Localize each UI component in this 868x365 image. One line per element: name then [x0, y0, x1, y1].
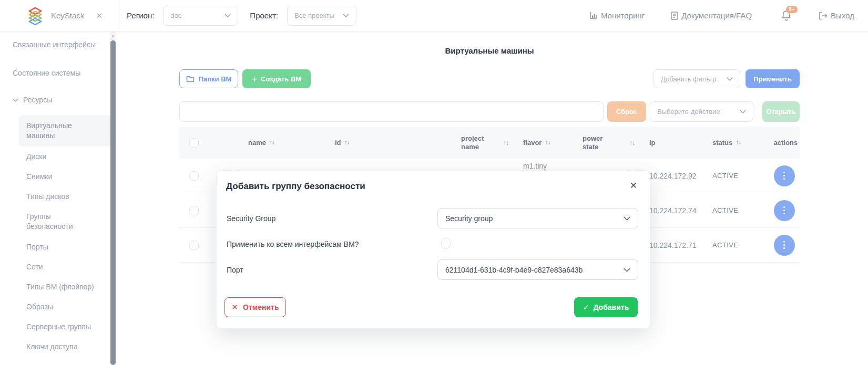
chevron-down-icon: [727, 77, 733, 81]
column-status[interactable]: status ↑↓: [708, 139, 769, 147]
row-flavor: m1.tiny: [523, 162, 547, 170]
apply-to-all-label: Применить ко всем интерфейсам ВМ?: [227, 240, 359, 248]
region-label: Регион:: [127, 11, 154, 20]
row-actions-button[interactable]: [774, 235, 795, 256]
chevron-down-icon: [343, 14, 349, 17]
x-icon: ✕: [232, 303, 239, 312]
choose-action-select[interactable]: Выберите действие: [650, 101, 753, 122]
column-id[interactable]: id ↑↓: [314, 139, 435, 147]
scroll-up-icon[interactable]: ▲: [110, 34, 116, 39]
row-checkbox[interactable]: [189, 241, 199, 250]
apply-filter-button[interactable]: Применить: [746, 69, 800, 88]
document-icon: [671, 12, 678, 20]
sidebar-item-ports[interactable]: Порты: [0, 237, 118, 257]
close-icon[interactable]: ✕: [630, 180, 637, 191]
sidebar-item-virtual-machines[interactable]: Виртуальные машины: [19, 115, 112, 147]
add-button[interactable]: ✓ Добавить: [574, 297, 638, 317]
select-all-checkbox[interactable]: [189, 138, 199, 148]
chevron-down-icon: [13, 98, 18, 102]
sidebar-item-system-state[interactable]: Состояние системы: [0, 63, 118, 83]
sidebar-item-networks[interactable]: Сети: [0, 257, 118, 277]
page-title: Виртуальные машины: [179, 46, 800, 55]
status-badge: ACTIVE: [712, 241, 738, 249]
sort-icon[interactable]: ↑↓: [269, 139, 274, 147]
kebab-icon: [783, 206, 785, 208]
create-vm-button[interactable]: + Создать ВМ: [242, 69, 311, 88]
column-ip: ip: [645, 139, 708, 147]
logout-label: Выход: [831, 11, 854, 20]
region-select[interactable]: doc: [163, 6, 238, 26]
kebab-icon: [783, 241, 785, 243]
monitoring-link[interactable]: Мониторинг: [590, 11, 645, 20]
sidebar-item-disk-types[interactable]: Типы дисков: [0, 186, 118, 206]
sidebar-scrollbar[interactable]: ▲: [110, 32, 116, 365]
port-label: Порт: [227, 266, 243, 274]
open-button[interactable]: Открыть: [762, 101, 800, 122]
documentation-link[interactable]: Документация/FAQ: [671, 11, 752, 20]
dialog-title: Добавить группу безопасности: [226, 181, 365, 192]
monitoring-chart-icon: [590, 12, 598, 19]
logout-button[interactable]: Выход: [819, 11, 854, 20]
vm-folders-button[interactable]: Папки ВМ: [179, 69, 238, 88]
status-badge: ACTIVE: [712, 172, 738, 180]
check-icon: ✓: [583, 303, 589, 311]
keystack-logo-icon: [26, 6, 44, 25]
top-bar: KeyStack ✕ Регион: doc Проект: Все проек…: [0, 0, 868, 32]
sort-icon[interactable]: ↑↓: [545, 139, 550, 147]
sidebar-item-disks[interactable]: Диски: [0, 147, 118, 166]
sidebar-item-images[interactable]: Образы: [0, 297, 118, 317]
brand-title: KeyStack: [51, 11, 84, 20]
sidebar-item-access-keys[interactable]: Ключи доступа: [0, 337, 118, 357]
plus-icon: +: [252, 75, 257, 84]
chevron-down-icon: [624, 268, 630, 272]
sort-icon[interactable]: ↑↓: [736, 139, 741, 147]
sidebar-item-flavors[interactable]: Типы ВМ (флэйвор): [0, 277, 118, 297]
brand-area: KeyStack ✕: [0, 0, 118, 32]
column-power-state[interactable]: power state ↑↓: [574, 134, 645, 151]
chevron-down-icon: [624, 216, 630, 221]
table-header: name ↑↓ id ↑↓ project name ↑↓ flavor ↑↓ …: [179, 127, 800, 159]
sort-icon[interactable]: ↑↓: [629, 139, 635, 147]
folder-icon: [186, 75, 195, 82]
column-name[interactable]: name ↑↓: [209, 139, 314, 147]
cancel-button[interactable]: ✕ Отменить: [224, 297, 286, 317]
project-label: Проект:: [250, 11, 278, 20]
row-actions-button[interactable]: [774, 200, 795, 221]
project-select[interactable]: Все проекты: [287, 6, 356, 26]
row-checkbox[interactable]: [189, 171, 199, 181]
column-flavor[interactable]: flavor ↑↓: [514, 139, 574, 147]
column-actions: actions: [769, 139, 800, 147]
row-ip: 10.224.172.74: [645, 206, 708, 215]
security-group-select[interactable]: Security group: [437, 208, 638, 228]
sort-icon[interactable]: ↑↓: [344, 139, 350, 147]
search-input[interactable]: [179, 101, 604, 122]
chevron-down-icon: [740, 110, 746, 113]
monitoring-label: Мониторинг: [601, 11, 645, 20]
sidebar-item-snapshots[interactable]: Снимки: [0, 166, 118, 186]
documentation-label: Документация/FAQ: [681, 11, 752, 20]
port-select[interactable]: 621104d1-631b-4c9f-b4e9-c827e83a643b: [437, 259, 638, 280]
security-group-label: Security Group: [227, 214, 275, 223]
status-badge: ACTIVE: [712, 206, 738, 214]
sidebar-item-server-groups[interactable]: Серверные группы: [0, 317, 118, 337]
sort-icon[interactable]: ↑↓: [503, 139, 508, 147]
sidebar-item-resources[interactable]: Ресурсы: [0, 90, 118, 110]
notifications-badge: 9+: [786, 6, 797, 13]
logout-icon: [819, 12, 828, 20]
apply-to-all-checkbox[interactable]: [441, 238, 451, 249]
row-actions-button[interactable]: [774, 165, 795, 186]
reset-button[interactable]: Сброс: [607, 101, 646, 122]
kebab-icon: [783, 172, 785, 173]
close-sidebar-icon[interactable]: ✕: [96, 11, 103, 20]
scrollbar-thumb[interactable]: [110, 40, 116, 365]
sidebar: Связанные интерфейсы Состояние системы Р…: [0, 32, 118, 365]
sidebar-item-linked-interfaces[interactable]: Связанные интерфейсы: [0, 35, 118, 55]
add-filter-select[interactable]: Добавить фильтр: [653, 69, 740, 88]
column-project-name[interactable]: project name ↑↓: [435, 134, 514, 151]
sidebar-item-security-groups[interactable]: Группы безопасности: [0, 206, 118, 237]
row-ip: 10.224.172.71: [645, 241, 708, 249]
row-checkbox[interactable]: [189, 206, 199, 215]
row-ip: 10.224.172.92: [645, 172, 708, 180]
notifications-button[interactable]: 9+: [781, 10, 791, 21]
add-security-group-dialog: Добавить группу безопасности ✕ Security …: [216, 170, 650, 329]
